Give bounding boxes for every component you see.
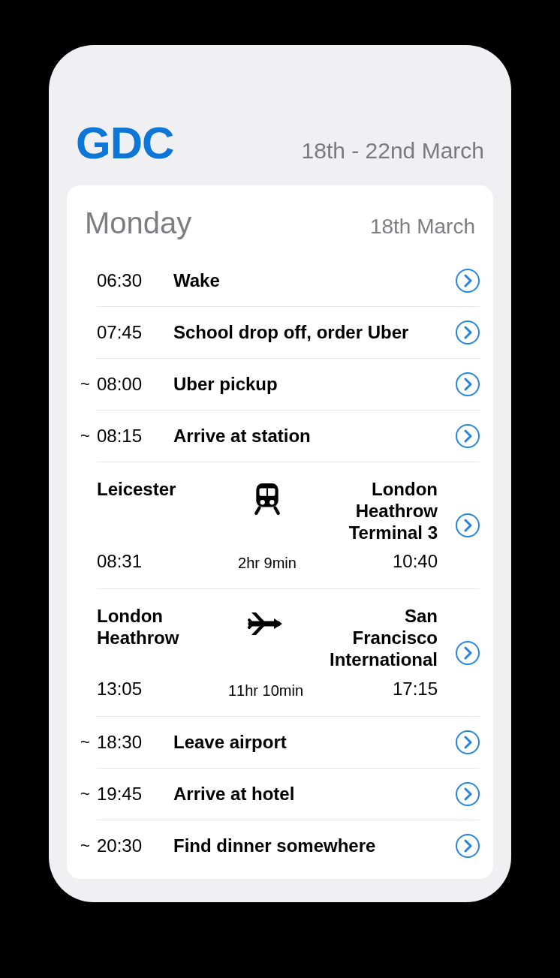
disclosure-button[interactable] — [456, 513, 480, 537]
disclosure-button[interactable] — [456, 424, 480, 448]
time-cell: ~ 20:30 — [97, 835, 173, 856]
itinerary-row[interactable]: 07:45 School drop off, order Uber — [97, 306, 480, 358]
time-value: 19:45 — [97, 784, 142, 804]
chevron-right-icon — [462, 274, 474, 287]
chevron-right-icon — [462, 646, 474, 660]
time-value: 18:30 — [97, 732, 142, 752]
segment-to: London Heathrow Terminal 3 10:40 — [331, 479, 438, 572]
transport-segment[interactable]: Leicester 08:31 2hr 9min London Heathrow… — [97, 462, 480, 588]
from-time: 08:31 — [97, 551, 203, 572]
brand-title: GDC — [76, 117, 173, 169]
time-cell: ~ 08:15 — [97, 426, 173, 447]
time-value: 20:30 — [97, 835, 142, 856]
from-place: Leicester — [97, 479, 203, 501]
day-date: 18th March — [370, 215, 475, 239]
itinerary-row[interactable]: ~ 19:45 Arrive at hotel — [97, 768, 480, 820]
row-label: Uber pickup — [173, 374, 448, 395]
date-range: 18th - 22nd March — [302, 138, 484, 164]
plane-icon — [245, 609, 287, 639]
time-value: 08:15 — [97, 426, 142, 446]
to-place: San Francisco International — [330, 606, 438, 670]
chevron-right-icon — [462, 378, 474, 391]
itinerary-row[interactable]: 06:30 Wake — [97, 255, 480, 306]
time-value: 07:45 — [97, 322, 142, 342]
disclosure-button[interactable] — [456, 782, 480, 806]
itinerary-row[interactable]: ~ 08:15 Arrive at station — [97, 410, 480, 462]
day-name: Monday — [85, 206, 191, 240]
disclosure-button[interactable] — [456, 320, 480, 345]
approx-tilde: ~ — [80, 836, 90, 856]
chevron-right-icon — [462, 787, 474, 801]
row-label: Wake — [173, 270, 448, 291]
disclosure-button[interactable] — [456, 269, 480, 293]
itinerary-list: 06:30 Wake 07:45 School drop off, order … — [80, 255, 480, 871]
row-label: Arrive at hotel — [173, 784, 448, 805]
chevron-right-icon — [462, 839, 474, 853]
disclosure-button[interactable] — [456, 372, 480, 396]
day-card: Monday 18th March 06:30 Wake 07:45 Schoo… — [67, 185, 493, 879]
segment-mode: 2hr 9min — [203, 479, 331, 572]
row-label: Arrive at station — [173, 426, 448, 447]
approx-tilde: ~ — [80, 733, 90, 752]
to-time: 10:40 — [393, 551, 438, 572]
chevron-right-icon — [462, 736, 474, 749]
day-header: Monday 18th March — [80, 203, 480, 255]
segment-mode: 11hr 10min — [202, 606, 330, 699]
row-label: Find dinner somewhere — [173, 835, 448, 856]
transport-segment[interactable]: London Heathrow 13:05 11hr 10min San Fra… — [97, 588, 480, 715]
chevron-right-icon — [462, 326, 474, 339]
approx-tilde: ~ — [80, 426, 90, 446]
header: GDC 18th - 22nd March — [67, 63, 493, 185]
chevron-right-icon — [462, 519, 474, 532]
time-cell: 07:45 — [97, 322, 173, 343]
time-cell: 06:30 — [97, 270, 173, 291]
time-value: 06:30 — [97, 270, 142, 290]
to-place: London Heathrow Terminal 3 — [331, 479, 438, 543]
to-time: 17:15 — [393, 679, 438, 700]
segment-to: San Francisco International 17:15 — [330, 606, 438, 699]
row-label: School drop off, order Uber — [173, 322, 448, 343]
time-cell: ~ 18:30 — [97, 732, 173, 753]
train-icon — [251, 482, 284, 515]
disclosure-button[interactable] — [456, 834, 480, 858]
segment-duration: 11hr 10min — [228, 682, 303, 700]
itinerary-row[interactable]: ~ 18:30 Leave airport — [97, 716, 480, 768]
approx-tilde: ~ — [80, 784, 90, 804]
segment-from: Leicester 08:31 — [97, 479, 203, 572]
time-cell: ~ 08:00 — [97, 374, 173, 395]
time-cell: ~ 19:45 — [97, 784, 173, 805]
segment-from: London Heathrow 13:05 — [97, 606, 202, 699]
disclosure-button[interactable] — [456, 730, 480, 754]
from-place: London Heathrow — [97, 606, 202, 649]
segment-duration: 2hr 9min — [238, 555, 297, 572]
time-value: 08:00 — [97, 374, 142, 394]
row-label: Leave airport — [173, 732, 448, 753]
itinerary-row[interactable]: ~ 20:30 Find dinner somewhere — [97, 820, 480, 871]
disclosure-button[interactable] — [456, 641, 480, 665]
from-time: 13:05 — [97, 679, 202, 700]
approx-tilde: ~ — [80, 375, 90, 394]
chevron-right-icon — [462, 429, 474, 443]
phone-frame: GDC 18th - 22nd March Monday 18th March … — [49, 45, 511, 902]
itinerary-row[interactable]: ~ 08:00 Uber pickup — [97, 358, 480, 410]
